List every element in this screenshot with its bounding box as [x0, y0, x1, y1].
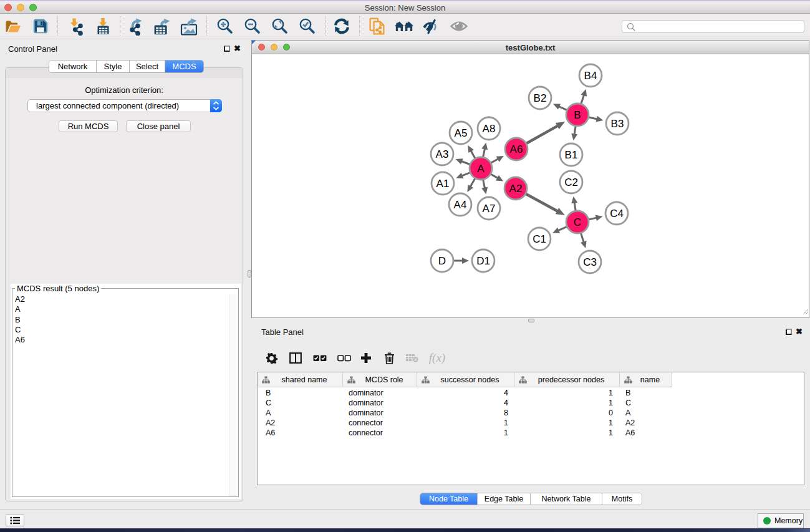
table-cell[interactable]: A6	[258, 428, 343, 438]
graph-node-label-B4: B4	[584, 70, 597, 82]
table-row-A2[interactable]: A2connector11A2	[258, 418, 804, 428]
table-panel-float-button[interactable]	[786, 329, 792, 335]
table-cell[interactable]: dominator	[343, 408, 417, 418]
graph-node-label-A5: A5	[455, 127, 468, 139]
table-cell[interactable]: 1	[417, 428, 514, 438]
show-columns-icon[interactable]	[286, 349, 305, 367]
mcds-result-scrollbar[interactable]	[229, 294, 238, 496]
column-header-shared-name[interactable]: shared name	[258, 372, 343, 387]
table-row-A6[interactable]: A6connector11A6	[258, 428, 804, 438]
open-session-icon[interactable]	[3, 16, 23, 36]
criterion-dropdown[interactable]: largest connected component (directed)	[27, 99, 222, 112]
delete-table-icon[interactable]	[403, 349, 422, 367]
network-window-close-traffic-light[interactable]	[258, 44, 265, 51]
table-row-A[interactable]: Adominator80A	[258, 408, 804, 418]
table-cell[interactable]: 8	[417, 408, 514, 418]
control-tab-style[interactable]: Style	[97, 60, 130, 72]
table-panel-close-button[interactable]: ✖	[796, 329, 803, 335]
task-history-button[interactable]	[6, 515, 24, 526]
mcds-result-list[interactable]: A2ABCA6	[15, 294, 25, 345]
window-resize-grip[interactable]	[801, 306, 809, 317]
zoom-selected-icon[interactable]	[297, 16, 317, 36]
open-network-file-icon[interactable]	[367, 16, 387, 36]
horizontal-splitter-handle[interactable]	[528, 319, 534, 322]
table-cell[interactable]: connector	[343, 418, 417, 428]
network-graph[interactable]: B4B2BB3A8A5A6A3B1AC2A1A2A4A7C4CC1DD1C3	[252, 54, 809, 318]
column-header-mcds-role[interactable]: MCDS role	[343, 372, 417, 387]
network-window-titlebar[interactable]: testGlobe.txt	[252, 41, 809, 54]
table-row-B[interactable]: Bdominator41B	[258, 388, 804, 398]
graph-node-label-D: D	[438, 255, 446, 267]
table-cell[interactable]: dominator	[343, 388, 417, 398]
control-panel-float-button[interactable]	[224, 46, 230, 52]
table-cell[interactable]: A	[258, 408, 343, 418]
import-network-icon[interactable]	[66, 16, 86, 36]
toolbar-separator	[206, 16, 207, 36]
memory-button[interactable]: Memory	[758, 513, 804, 528]
refresh-icon[interactable]	[332, 16, 352, 36]
table-cell[interactable]: 1	[514, 388, 620, 398]
table-cell[interactable]: B	[258, 388, 343, 398]
show-all-networks-icon[interactable]	[394, 16, 414, 36]
mcds-result-item[interactable]: C	[15, 325, 25, 335]
deselect-all-columns-icon[interactable]	[335, 349, 354, 367]
table-cell[interactable]: A2	[258, 418, 343, 428]
run-mcds-button[interactable]: Run MCDS	[59, 120, 118, 132]
zoom-in-icon[interactable]	[215, 16, 235, 36]
show-selected-icon[interactable]	[449, 16, 469, 36]
add-column-icon[interactable]	[357, 349, 375, 367]
column-type-icon	[262, 376, 270, 384]
control-tab-mcds[interactable]: MCDS	[165, 60, 203, 72]
delete-columns-icon[interactable]	[380, 349, 398, 367]
table-cell[interactable]: connector	[343, 428, 417, 438]
table-cell[interactable]: 1	[514, 428, 620, 438]
table-cell[interactable]: 1	[514, 398, 620, 408]
hide-selected-icon[interactable]	[421, 16, 441, 36]
zoom-out-icon[interactable]	[243, 16, 263, 36]
table-cell[interactable]: dominator	[343, 398, 417, 408]
table-panel-tabs: Node TableEdge TableNetwork TableMotifs	[420, 493, 642, 505]
table-cell[interactable]: B	[620, 388, 672, 398]
table-cell[interactable]: C	[258, 398, 343, 408]
table-tab-motifs[interactable]: Motifs	[602, 493, 642, 505]
table-cell[interactable]: A2	[620, 418, 672, 428]
mcds-result-item[interactable]: B	[15, 315, 25, 325]
search-box[interactable]	[622, 20, 804, 33]
search-input[interactable]	[639, 21, 797, 32]
column-header-successor-nodes[interactable]: successor nodes	[417, 372, 514, 387]
export-image-icon[interactable]	[179, 16, 199, 36]
table-cell[interactable]: A	[620, 408, 672, 418]
table-cell[interactable]: 1	[514, 418, 620, 428]
control-panel-close-button[interactable]: ✖	[234, 46, 241, 52]
table-tab-network-table[interactable]: Network Table	[531, 493, 602, 505]
mcds-result-item[interactable]: A2	[15, 294, 25, 304]
table-cell[interactable]: 0	[514, 408, 620, 418]
table-tab-node-table[interactable]: Node Table	[420, 493, 478, 505]
import-table-icon[interactable]	[93, 16, 113, 36]
table-cell[interactable]: 4	[417, 398, 514, 408]
network-window-zoom-traffic-light[interactable]	[283, 44, 290, 51]
table-cell[interactable]: 1	[417, 418, 514, 428]
network-window-minimize-traffic-light[interactable]	[271, 44, 277, 51]
save-session-icon[interactable]	[31, 16, 51, 36]
table-options-icon[interactable]	[262, 349, 281, 367]
table-cell[interactable]: 4	[417, 388, 514, 398]
export-table-icon[interactable]	[152, 16, 172, 36]
export-network-icon[interactable]	[127, 16, 147, 36]
column-header-name[interactable]: name	[620, 372, 672, 387]
app-title: Session: New Session	[0, 3, 810, 12]
table-tab-edge-table[interactable]: Edge Table	[478, 493, 531, 505]
column-header-predecessor-nodes[interactable]: predecessor nodes	[514, 372, 620, 387]
table-cell[interactable]: A6	[620, 428, 672, 438]
table-row-C[interactable]: Cdominator41C	[258, 398, 804, 408]
mcds-result-item[interactable]: A6	[15, 335, 25, 345]
close-panel-button[interactable]: Close panel	[126, 120, 191, 132]
control-tab-network[interactable]: Network	[49, 60, 97, 72]
control-tab-select[interactable]: Select	[130, 60, 165, 72]
table-cell[interactable]: C	[620, 398, 672, 408]
mcds-result-item[interactable]: A	[15, 304, 25, 314]
select-all-columns-icon[interactable]	[311, 349, 329, 367]
zoom-fit-icon[interactable]	[270, 16, 290, 36]
network-canvas[interactable]: B4B2BB3A8A5A6A3B1AC2A1A2A4A7C4CC1DD1C3	[252, 54, 809, 317]
edge-arrowhead	[456, 158, 463, 164]
